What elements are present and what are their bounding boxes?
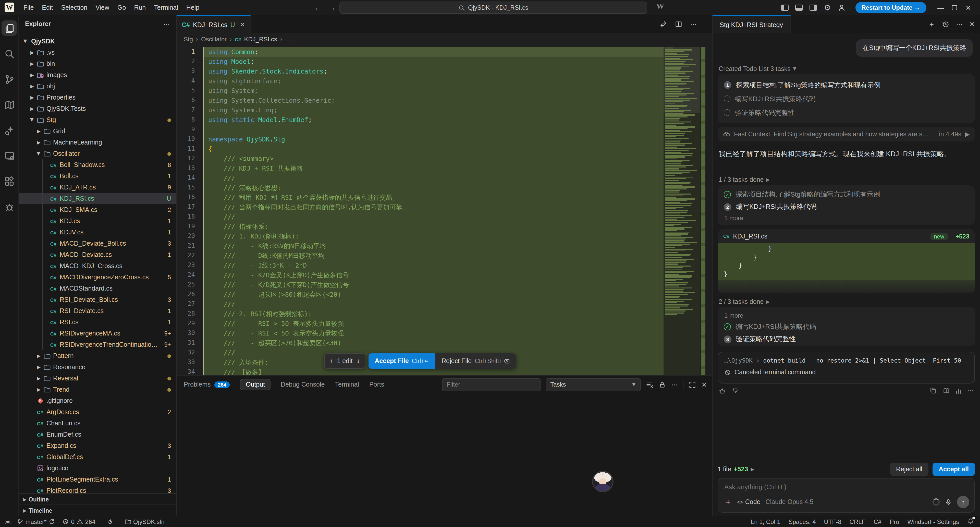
code-editor[interactable]: 1using Common;2using Model;3using Skende… <box>177 47 712 375</box>
changed-files-label[interactable]: 1 file <box>718 465 731 473</box>
tab-problems[interactable]: Problems 264 <box>184 381 230 388</box>
git-branch-status[interactable]: master* <box>17 518 56 525</box>
tab-kdj-rsi[interactable]: C# KDJ_RSI.cs U ✕ <box>177 15 250 33</box>
copy-icon[interactable] <box>929 387 936 394</box>
accept-file-button[interactable]: Accept File Ctrl+↵ <box>369 353 435 369</box>
next-edit-icon[interactable]: ↓ <box>357 357 360 365</box>
tab-output[interactable]: Output <box>240 379 270 390</box>
chat-input[interactable]: Ask anything (Ctrl+L) ＋ <>Code Claude Op… <box>718 478 975 513</box>
tree-item-grid[interactable]: ▶Grid <box>19 126 176 137</box>
menu-file[interactable]: File <box>19 0 38 15</box>
avatar[interactable] <box>592 471 614 492</box>
tree-item-reversal[interactable]: ▶Reversal <box>19 373 176 384</box>
lock-scroll-icon[interactable] <box>659 381 666 388</box>
bell-icon[interactable] <box>967 517 974 526</box>
tree-item-argdesc-cs[interactable]: C#ArgDesc.cs2 <box>19 406 176 418</box>
explorer-more-icon[interactable]: ⋯ <box>163 20 170 28</box>
tree-item-qjysdk-tests[interactable]: ▶QjySDK.Tests <box>19 103 176 115</box>
cursor-position[interactable]: Ln 1, Col 1 <box>751 518 780 525</box>
tree-item-properties[interactable]: ▶Properties <box>19 92 176 103</box>
prev-edit-icon[interactable]: ↑ <box>330 357 333 365</box>
new-chat-icon[interactable]: ＋ <box>928 20 935 29</box>
indentation[interactable]: Spaces: 4 <box>789 518 816 525</box>
clear-output-icon[interactable] <box>646 381 653 388</box>
tree-item-bin[interactable]: ▶bin <box>19 58 176 70</box>
open-changes-icon[interactable] <box>659 20 668 28</box>
menu-selection[interactable]: Selection <box>57 0 91 15</box>
mode-selector[interactable]: <>Code <box>737 498 760 506</box>
reject-all-button[interactable]: Reject all <box>890 462 928 476</box>
menu-run[interactable]: Run <box>130 0 150 15</box>
tree-item--vs[interactable]: ▶.vs <box>19 47 176 58</box>
send-button[interactable]: ↑ <box>957 496 969 508</box>
tree-item--gitignore[interactable]: .gitignore <box>19 395 176 406</box>
extensions-icon[interactable] <box>2 174 17 189</box>
tree-item-obj[interactable]: ▶obj <box>19 81 176 92</box>
tree-item-oscillator[interactable]: ▶Oscillator <box>19 148 176 159</box>
stats-icon[interactable] <box>956 387 961 393</box>
panel-more-icon[interactable]: ⋯ <box>671 381 678 388</box>
accept-all-button[interactable]: Accept all <box>932 462 975 476</box>
problems-status[interactable]: 0 264 <box>62 518 95 525</box>
tab-debug-console[interactable]: Debug Console <box>281 381 325 388</box>
minimap[interactable] <box>663 47 700 375</box>
close-tab-icon[interactable]: ✕ <box>240 21 245 28</box>
close-cascade-icon[interactable]: ✕ <box>969 21 975 28</box>
toggle-sidebar-left-icon[interactable] <box>781 5 789 11</box>
menu-go[interactable]: Go <box>113 0 130 15</box>
tree-item-stg[interactable]: ▶Stg <box>19 115 176 126</box>
thumbs-down-icon[interactable] <box>732 387 739 394</box>
tree-item-images[interactable]: ▶images <box>19 70 176 81</box>
tree-item-chanlun-cs[interactable]: C#ChanLun.cs <box>19 418 176 429</box>
todo-list-header[interactable]: Created Todo List 3 tasks▶ <box>719 65 797 73</box>
breadcrumb[interactable]: Stg› Oscillator› C# KDJ_RSI.cs› … <box>177 33 712 45</box>
outline-section[interactable]: ▶Outline <box>19 493 176 505</box>
source-control-icon[interactable] <box>2 72 17 87</box>
split-editor-icon[interactable] <box>675 20 683 28</box>
tab-ports[interactable]: Ports <box>369 381 384 388</box>
nav-back-icon[interactable]: ← <box>314 3 321 12</box>
book-icon[interactable] <box>942 387 950 394</box>
tasks-progress-header[interactable]: 1 / 3 tasks done▶ <box>719 176 770 183</box>
maximize-panel-icon[interactable] <box>689 381 696 388</box>
flame-icon[interactable] <box>107 518 113 525</box>
menu-help[interactable]: Help <box>182 0 204 15</box>
account-icon[interactable] <box>837 3 845 12</box>
more-tasks-label[interactable]: 1 more <box>724 310 969 321</box>
search-sidebar-icon[interactable] <box>2 46 17 61</box>
toggle-sidebar-right-icon[interactable] <box>810 5 817 11</box>
tab-terminal[interactable]: Terminal <box>335 381 359 388</box>
toggle-panel-icon[interactable] <box>795 5 803 11</box>
editor-more-actions-icon[interactable]: ⋯ <box>690 21 697 28</box>
app-settings[interactable]: Windsurf - Settings <box>907 518 959 525</box>
remote-explorer-icon[interactable] <box>2 148 17 163</box>
mic-icon[interactable] <box>945 498 952 506</box>
history-icon[interactable] <box>942 21 950 28</box>
file-diff-card[interactable]: C# KDJ_RSI.cs new +523 } } } } <box>718 229 975 293</box>
timeline-section[interactable]: ▶Timeline <box>19 505 176 516</box>
tree-item-logo-ico[interactable]: logo.ico <box>19 463 176 474</box>
fast-context-card[interactable]: Fast Context Find Stg strategy examples … <box>718 127 975 142</box>
filter-input[interactable]: Filter <box>442 378 541 391</box>
tree-item-enumdef-cs[interactable]: C#EnumDef.cs <box>19 429 176 440</box>
debug-icon[interactable] <box>2 199 17 215</box>
command-center-search[interactable]: QjySDK - KDJ_RSI.cs <box>339 2 647 14</box>
restart-to-update-button[interactable]: Restart to Update → <box>855 2 926 13</box>
tree-item-pattern[interactable]: ▶Pattern <box>19 350 176 361</box>
thumbs-up-icon[interactable] <box>719 387 726 394</box>
solution-status[interactable]: QjySDK.sln <box>124 518 165 525</box>
toolbar-more-icon[interactable]: ⋯ <box>967 387 974 394</box>
nav-forward-icon[interactable]: → <box>329 3 336 12</box>
menu-view[interactable]: View <box>91 0 113 15</box>
tree-item-expand-cs[interactable]: C#Expand.cs3 <box>19 440 176 451</box>
tree-item-resonance[interactable]: ▶Resonance <box>19 361 176 373</box>
remote-indicator[interactable]: >< <box>5 519 10 525</box>
tree-item-globaldef-cs[interactable]: C#GlobalDef.cs1 <box>19 451 176 463</box>
terminal-command-card[interactable]: …\QjySDK › dotnet build --no-restore 2>&… <box>718 352 975 384</box>
tasks-dropdown[interactable]: Tasks▶ <box>546 378 641 391</box>
tree-item-plotlinesegmentextra-cs[interactable]: C#PlotLineSegmentExtra.cs1 <box>19 474 176 485</box>
menu-edit[interactable]: Edit <box>38 0 57 15</box>
menu-terminal[interactable]: Terminal <box>150 0 182 15</box>
model-selector[interactable]: Claude Opus 4.5 <box>765 498 814 506</box>
minimize-button[interactable]: — <box>936 4 945 11</box>
